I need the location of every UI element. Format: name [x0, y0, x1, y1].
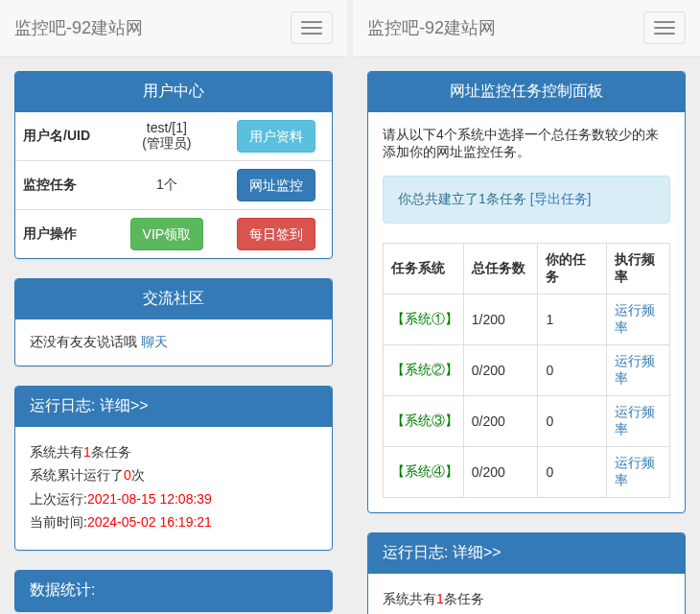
user-center-heading: 用户中心 — [15, 72, 332, 112]
sys-name-cell: 【系统①】 — [384, 295, 464, 345]
chat-link[interactable]: 聊天 — [141, 334, 168, 349]
log-body-right: 系统共有1条任务 系统累计运行了0次 上次运行:2021-08-15 12:08… — [368, 574, 685, 614]
control-desc: 请从以下4个系统中选择一个总任务数较少的来添加你的网址监控任务。 — [383, 127, 670, 161]
sys-name-cell: 【系统③】 — [384, 396, 464, 447]
table-header-row: 任务系统 总任务数 你的任务 执行频率 — [384, 244, 670, 295]
hamburger-icon — [301, 33, 322, 35]
hamburger-icon — [301, 27, 322, 29]
log-line-now: 当前时间:2024-05-02 16:19:21 — [30, 511, 317, 532]
community-body: 还没有友友说话哦 聊天 — [15, 319, 332, 366]
community-title: 交流社区 — [30, 289, 317, 309]
system-link[interactable]: 【系统②】 — [391, 362, 458, 377]
log-line-tasks: 系统共有1条任务 — [30, 441, 317, 462]
control-heading: 网址监控任务控制面板 — [368, 72, 685, 112]
log-detail-link-right[interactable]: 详细>> — [453, 544, 502, 560]
community-heading: 交流社区 — [15, 279, 332, 319]
navbar-left: 监控吧-92建站网 — [0, 0, 347, 57]
freq-link[interactable]: 运行频率 — [615, 302, 655, 335]
log-panel-left: 运行日志: 详细>> 系统共有1条任务 系统累计运行了0次 上次运行:2021-… — [14, 386, 333, 551]
ops-checkin-cell: 每日签到 — [220, 210, 332, 259]
sys-total-cell: 0/200 — [463, 447, 538, 498]
uid-cell: test/[1] (管理员) — [114, 112, 220, 161]
sys-total-cell: 0/200 — [463, 396, 538, 447]
system-link[interactable]: 【系统④】 — [391, 463, 458, 479]
community-panel: 交流社区 还没有友友说话哦 聊天 — [14, 278, 333, 366]
tasks-label: 监控任务 — [15, 161, 114, 210]
freq-link[interactable]: 运行频率 — [615, 455, 655, 487]
ops-label: 用户操作 — [15, 210, 114, 259]
log-heading-left: 运行日志: 详细>> — [15, 387, 332, 427]
th-system: 任务系统 — [384, 244, 464, 295]
export-tasks-link[interactable]: [导出任务] — [530, 191, 592, 206]
log-heading-right: 运行日志: 详细>> — [368, 533, 685, 574]
table-row: 用户名/UID test/[1] (管理员) 用户资料 — [15, 112, 332, 161]
log-panel-right: 运行日志: 详细>> 系统共有1条任务 系统累计运行了0次 上次运行:2021-… — [367, 532, 686, 614]
log-detail-link-left[interactable]: 详细>> — [100, 397, 149, 413]
log-line-tasks-r: 系统共有1条任务 — [383, 588, 670, 609]
th-mine: 你的任务 — [538, 244, 607, 295]
hamburger-icon — [654, 27, 675, 29]
log-body-left: 系统共有1条任务 系统累计运行了0次 上次运行:2021-08-15 12:08… — [15, 427, 332, 550]
table-row: 【系统④】0/2000运行频率 — [384, 447, 670, 498]
th-freq: 执行频率 — [607, 244, 670, 295]
sys-mine-cell: 0 — [538, 396, 607, 447]
th-total: 总任务数 — [463, 244, 538, 295]
user-center-title: 用户中心 — [30, 82, 317, 102]
menu-toggle-left[interactable] — [291, 12, 333, 44]
sys-freq-cell: 运行频率 — [607, 345, 670, 396]
vip-button[interactable]: VIP领取 — [130, 218, 204, 250]
sys-total-cell: 0/200 — [463, 345, 538, 396]
sys-mine-cell: 1 — [538, 295, 607, 345]
sys-total-cell: 1/200 — [463, 295, 538, 345]
sys-freq-cell: 运行频率 — [607, 447, 670, 498]
log-line-runs: 系统累计运行了0次 — [30, 464, 317, 485]
hamburger-icon — [654, 33, 675, 35]
control-body: 请从以下4个系统中选择一个总任务数较少的来添加你的网址监控任务。 你总共建立了1… — [368, 112, 685, 512]
log-title-prefix-right: 运行日志: — [383, 544, 453, 560]
right-column: 监控吧-92建站网 网址监控任务控制面板 请从以下4个系统中选择一个总任务数较少… — [353, 0, 700, 614]
control-panel: 网址监控任务控制面板 请从以下4个系统中选择一个总任务数较少的来添加你的网址监控… — [367, 71, 686, 513]
sys-name-cell: 【系统②】 — [384, 345, 464, 396]
user-center-table: 用户名/UID test/[1] (管理员) 用户资料 监控任务 1个 网址监控 — [15, 112, 332, 258]
log-line-lastrun: 上次运行:2021-08-15 12:08:39 — [30, 488, 317, 509]
brand-right[interactable]: 监控吧-92建站网 — [367, 16, 496, 39]
sys-name-cell: 【系统④】 — [384, 447, 464, 498]
navbar-right: 监控吧-92建站网 — [353, 0, 700, 57]
ops-vip-cell: VIP领取 — [114, 210, 220, 259]
system-link[interactable]: 【系统①】 — [391, 311, 458, 326]
table-row: 【系统②】0/2000运行频率 — [384, 345, 670, 396]
system-link[interactable]: 【系统③】 — [391, 413, 458, 428]
user-center-panel: 用户中心 用户名/UID test/[1] (管理员) 用户资料 监控任务 1个 — [14, 71, 333, 259]
systems-table: 任务系统 总任务数 你的任务 执行频率 【系统①】1/2001运行频率【系统②】… — [383, 243, 670, 498]
left-column: 监控吧-92建站网 用户中心 用户名/UID test/[1] (管理员) — [0, 0, 347, 614]
profile-button[interactable]: 用户资料 — [237, 120, 315, 153]
log-title-left: 运行日志: 详细>> — [30, 396, 317, 416]
freq-link[interactable]: 运行频率 — [615, 353, 655, 386]
freq-link[interactable]: 运行频率 — [615, 404, 655, 437]
monitor-button[interactable]: 网址监控 — [237, 169, 315, 201]
uid-action-cell: 用户资料 — [220, 112, 332, 161]
uid-value: test/[1] — [147, 120, 187, 135]
log-title-right: 运行日志: 详细>> — [383, 543, 670, 563]
control-title: 网址监控任务控制面板 — [383, 82, 670, 102]
uid-label: 用户名/UID — [15, 112, 114, 161]
table-row: 监控任务 1个 网址监控 — [15, 161, 332, 210]
brand-left[interactable]: 监控吧-92建站网 — [14, 16, 143, 39]
sys-mine-cell: 0 — [538, 345, 607, 396]
sys-mine-cell: 0 — [538, 447, 607, 498]
uid-role: (管理员) — [142, 135, 191, 151]
sys-freq-cell: 运行频率 — [607, 396, 670, 447]
stats-title: 数据统计: — [30, 580, 317, 601]
stats-panel: 数据统计: — [14, 570, 333, 612]
tasks-value: 1个 — [114, 161, 220, 210]
log-title-prefix: 运行日志: — [30, 397, 100, 413]
menu-toggle-right[interactable] — [643, 12, 686, 44]
control-alert: 你总共建立了1条任务 [导出任务] — [383, 176, 670, 224]
table-row: 用户操作 VIP领取 每日签到 — [15, 210, 332, 259]
hamburger-icon — [301, 21, 322, 23]
table-row: 【系统③】0/2000运行频率 — [384, 396, 670, 447]
checkin-button[interactable]: 每日签到 — [237, 218, 315, 250]
stats-heading: 数据统计: — [15, 571, 332, 611]
community-text: 还没有友友说话哦 — [30, 334, 141, 349]
tasks-action-cell: 网址监控 — [220, 161, 332, 210]
